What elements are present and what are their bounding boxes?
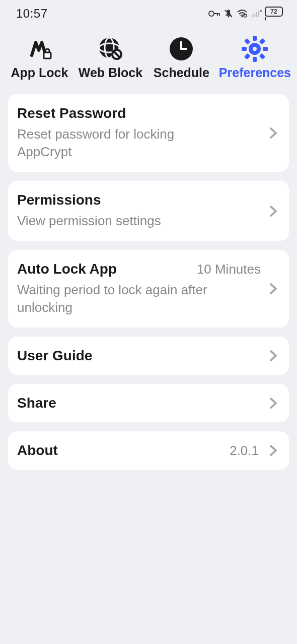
row-title: About <box>17 442 224 459</box>
svg-point-4 <box>228 16 230 18</box>
tab-label: Web Block <box>79 66 142 80</box>
schedule-icon <box>168 35 195 62</box>
svg-rect-30 <box>244 38 251 45</box>
about-row[interactable]: About 2.0.1 <box>8 431 289 470</box>
svg-rect-8 <box>252 15 253 17</box>
preferences-content: Reset Password Reset password for lockin… <box>0 85 297 470</box>
svg-rect-13 <box>44 52 51 58</box>
svg-point-0 <box>209 11 214 16</box>
row-title: Permissions <box>17 192 261 208</box>
row-value: 2.0.1 <box>230 443 259 459</box>
tab-web-block[interactable]: Web Block <box>77 35 144 80</box>
tab-schedule[interactable]: Schedule <box>148 35 215 80</box>
svg-rect-10 <box>256 12 257 17</box>
svg-rect-24 <box>253 36 257 41</box>
tab-label: Preferences <box>219 66 291 80</box>
share-row[interactable]: Share <box>8 384 289 422</box>
web-block-icon <box>97 35 124 62</box>
tab-preferences[interactable]: Preferences <box>219 35 291 80</box>
status-bar: 10:57 × 72 <box>0 0 297 25</box>
svg-rect-31 <box>259 53 266 59</box>
preferences-icon <box>241 35 268 62</box>
auto-lock-row[interactable]: Auto Lock App 10 Minutes Waiting period … <box>8 250 289 328</box>
row-title: Share <box>17 395 261 411</box>
chevron-right-icon <box>267 126 280 140</box>
wifi-icon <box>237 9 248 18</box>
row-subtitle: Waiting period to lock again after unloc… <box>17 281 229 316</box>
row-subtitle: View permission settings <box>17 212 229 230</box>
signal-icon: × <box>251 9 262 18</box>
svg-point-6 <box>242 16 243 18</box>
tab-app-lock[interactable]: App Lock <box>6 35 73 80</box>
svg-text:×: × <box>260 9 262 14</box>
chevron-right-icon <box>267 282 280 295</box>
svg-point-23 <box>251 45 259 53</box>
chevron-right-icon <box>267 205 280 218</box>
tab-label: App Lock <box>11 66 68 80</box>
svg-rect-25 <box>253 57 257 62</box>
reset-password-row[interactable]: Reset Password Reset password for lockin… <box>8 94 289 172</box>
svg-rect-9 <box>254 14 255 17</box>
key-icon <box>208 10 220 18</box>
battery-level: 72 <box>270 8 277 15</box>
app-lock-icon <box>26 35 53 62</box>
battery-icon: 72 <box>265 7 283 21</box>
row-title: Auto Lock App <box>17 261 117 277</box>
mute-icon <box>224 9 234 19</box>
svg-rect-27 <box>263 47 268 51</box>
svg-rect-29 <box>244 53 251 59</box>
user-guide-row[interactable]: User Guide <box>8 337 289 375</box>
row-subtitle: Reset password for locking AppCrypt <box>17 125 229 161</box>
svg-rect-28 <box>259 38 266 45</box>
tab-label: Schedule <box>154 66 209 80</box>
row-title: User Guide <box>17 348 261 364</box>
chevron-right-icon <box>267 349 280 362</box>
status-icons: × 72 <box>208 7 283 21</box>
permissions-row[interactable]: Permissions View permission settings <box>8 181 289 241</box>
tab-bar: App Lock Web Block Schedule Preferences <box>0 25 297 85</box>
chevron-right-icon <box>267 397 280 410</box>
status-time: 10:57 <box>16 7 48 21</box>
row-title: Reset Password <box>17 105 261 121</box>
svg-rect-11 <box>258 11 259 17</box>
row-value: 10 Minutes <box>197 262 261 277</box>
chevron-right-icon <box>267 444 280 457</box>
svg-rect-26 <box>242 47 247 51</box>
